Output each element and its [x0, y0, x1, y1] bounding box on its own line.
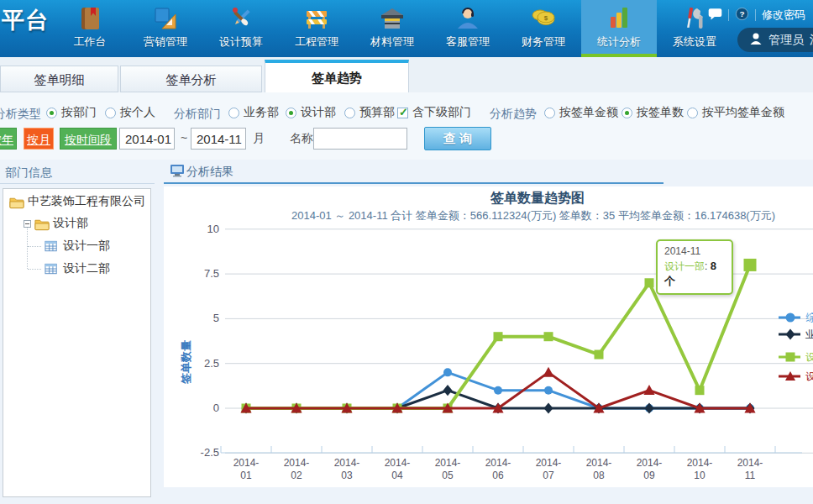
analysis-panel: 分析结果 -2.502.557.5102014-012014-022014-03… [164, 160, 813, 504]
x-tick-label: 2014- [536, 457, 562, 469]
x-tick-label: 09 [643, 470, 655, 481]
radio-business-dept[interactable]: 业务部 [228, 105, 279, 120]
data-point [494, 332, 503, 341]
nav-item-materials[interactable]: 材料管理 [354, 0, 430, 57]
divider [728, 9, 729, 21]
nav-item-label: 材料管理 [370, 34, 414, 50]
nav-item-workbench[interactable]: 工作台 [52, 0, 128, 57]
legend-label-series-red: 设 [805, 370, 813, 382]
tree-item-design-dept-1[interactable]: 设计一部 [45, 239, 110, 254]
change-password-link[interactable]: 修改密码 [762, 8, 805, 23]
chart-title: 签单数量趋势图 [490, 190, 585, 207]
nav-item-label: 系统设置 [673, 34, 716, 50]
nav-item-label: 工作台 [74, 34, 107, 50]
svg-text:$: $ [544, 14, 548, 22]
x-tick-label: 10 [694, 470, 705, 481]
nav-item-customer-service[interactable]: 客服管理 [430, 0, 506, 57]
search-button[interactable]: 查 询 [424, 127, 491, 150]
app-logo: 平台 [2, 5, 49, 35]
nav-item-statistics[interactable]: 统计分析 [581, 0, 657, 57]
radio-by-avg-order-amount[interactable]: 按平均签单金额 [687, 105, 784, 120]
svg-text:?: ? [739, 9, 744, 18]
radio-by-department[interactable]: 按部门 [46, 105, 97, 120]
data-point [744, 259, 757, 271]
radio-dot [544, 108, 555, 118]
tab-order-analysis[interactable]: 签单分析 [120, 66, 262, 92]
radio-label: 按个人 [120, 105, 155, 120]
tree-item-label: 设计二部 [63, 261, 110, 276]
nav-item-finance[interactable]: $财务管理 [506, 0, 581, 57]
divider [164, 182, 664, 184]
radio-dot [622, 108, 632, 118]
folder-icon [34, 217, 50, 231]
nav-item-engineering[interactable]: 工程管理 [279, 0, 354, 57]
radio-by-person[interactable]: 按个人 [105, 105, 155, 120]
data-point [695, 386, 705, 395]
date-from-input[interactable] [119, 128, 175, 150]
radio-label: 按签单金额 [559, 105, 618, 120]
nav-item-label: 营销管理 [144, 34, 187, 50]
tab-order-details[interactable]: 签单明细 [0, 66, 118, 92]
logout-link[interactable]: 注销 [810, 33, 813, 48]
x-tick-label: 2014- [586, 457, 612, 469]
tab-order-trend[interactable]: 签单趋势 [265, 60, 409, 92]
trend-chart: -2.502.557.5102014-012014-022014-032014-… [164, 186, 813, 487]
user-label: 管理员 [768, 33, 804, 48]
radio-dot [105, 108, 116, 118]
tree-connector [28, 246, 41, 247]
finance-icon: $ [530, 5, 557, 32]
checkbox-label: 含下级部门 [412, 105, 471, 120]
settings-icon [681, 5, 708, 32]
data-point [544, 332, 553, 341]
radio-dot [687, 108, 698, 118]
nav-items: 工作台营销管理设计预算工程管理材料管理客服管理$财务管理统计分析系统设置 [52, 0, 732, 57]
data-point [786, 313, 795, 323]
radio-label: 按签单数 [637, 105, 684, 120]
y-tick-label: -2.5 [201, 446, 219, 459]
navbar-right: ? 修改密码 [708, 7, 805, 24]
folder-icon [9, 195, 24, 209]
chart-subtitle: 2014-01 ～ 2014-11 合计 签单金额：566.112324(万元)… [291, 208, 775, 223]
x-tick-label: 07 [543, 470, 554, 481]
nav-item-marketing[interactable]: 营销管理 [128, 0, 203, 57]
statistics-icon [606, 5, 632, 32]
message-bubble-icon[interactable] [708, 7, 722, 24]
date-separator: ~ [181, 131, 187, 144]
tree-connector [28, 269, 41, 270]
period-button-by-month[interactable]: 按月 [24, 128, 54, 150]
radio-dot [286, 108, 296, 118]
engineering-icon [303, 5, 330, 32]
x-tick-label: 11 [745, 470, 756, 481]
radio-by-order-count[interactable]: 按签单数 [622, 105, 684, 120]
tree-item-design-dept-2[interactable]: 设计二部 [45, 261, 110, 276]
tree-item-design-dept[interactable]: 设计部 [24, 216, 88, 231]
user-icon [749, 32, 763, 48]
tree-item-company[interactable]: 中艺装饰工程有限公司 [9, 194, 145, 209]
period-button-by-year[interactable]: 按年 [0, 128, 17, 150]
radio-by-order-amount[interactable]: 按签单金额 [544, 105, 618, 120]
data-point [443, 385, 453, 396]
name-input[interactable] [313, 128, 407, 150]
collapse-expander[interactable] [24, 220, 31, 228]
nav-item-design-budget[interactable]: 设计预算 [203, 0, 279, 57]
x-tick-label: 2014- [284, 457, 310, 469]
legend-label-series-blue: 综 [805, 312, 813, 323]
radio-label: 按部门 [61, 105, 97, 120]
chart-y-axis-label: 签单数量 [179, 328, 194, 396]
radio-budget-dept[interactable]: 预算部 [344, 105, 395, 120]
sidebar-title: 部门信息 [0, 160, 155, 181]
user-menu[interactable]: 管理员 注销 [737, 28, 813, 52]
analysis-type-label: 分析类型 [0, 107, 41, 122]
analysis-trend-label: 分析趋势 [490, 107, 537, 122]
top-navbar: 平台 工作台营销管理设计预算工程管理材料管理客服管理$财务管理统计分析系统设置 … [0, 0, 813, 57]
data-point [544, 386, 553, 395]
data-point [494, 386, 502, 395]
date-to-input[interactable] [191, 128, 246, 150]
radio-design-dept[interactable]: 设计部 [286, 105, 336, 120]
radio-label: 预算部 [359, 105, 395, 120]
materials-icon [379, 5, 406, 32]
date-unit-label: 月 [253, 131, 265, 146]
help-icon[interactable]: ? [735, 7, 749, 24]
checkbox-include-sub-departments[interactable]: 含下级部门 [397, 105, 471, 120]
period-button-by-range[interactable]: 按时间段 [60, 128, 117, 150]
